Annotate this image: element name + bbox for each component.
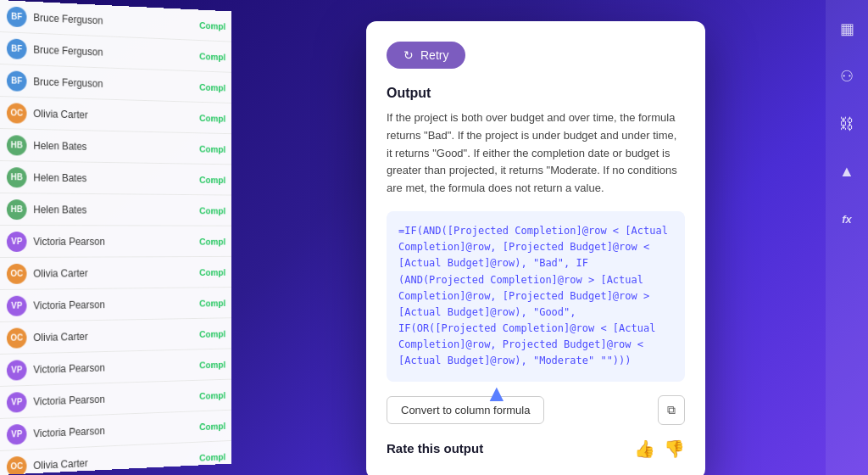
status-badge: Compl — [199, 298, 225, 308]
output-title: Output — [387, 86, 685, 101]
status-badge: Compl — [199, 143, 225, 154]
status-badge: Compl — [199, 267, 225, 277]
status-badge: Compl — [199, 359, 225, 369]
row-name: Victoria Pearson — [33, 421, 193, 439]
convert-to-column-button[interactable]: Convert to column formula — [387, 396, 544, 424]
avatar: HB — [7, 167, 27, 187]
action-bar: Convert to column formula ⧉ — [387, 395, 685, 425]
avatar: HB — [7, 135, 27, 155]
avatar: BF — [7, 70, 27, 92]
chart-bar-icon[interactable]: ▦ — [832, 14, 862, 44]
main-panel: ↻ Retry Output If the project is both ov… — [246, 0, 826, 475]
thumbs-up-icon: 👍 — [634, 439, 655, 458]
retry-label: Retry — [420, 48, 448, 62]
thumbs-down-icon: 👎 — [664, 439, 685, 458]
avatar: VP — [7, 232, 27, 252]
status-badge: Compl — [199, 237, 225, 247]
rate-section: Rate this output 👍 👎 — [387, 439, 685, 459]
row-name: Olivia Carter — [33, 452, 193, 472]
formula-text: =IF(AND([Projected Completion]@row < [Ac… — [398, 223, 673, 370]
row-name: Bruce Ferguson — [33, 11, 193, 30]
output-description: If the project is both over budget and o… — [387, 109, 685, 198]
rate-title: Rate this output — [387, 441, 483, 455]
rate-buttons: 👍 👎 — [634, 439, 685, 459]
status-badge: Compl — [199, 205, 225, 215]
row-name: Victoria Pearson — [33, 390, 193, 407]
formula-box: =IF(AND([Projected Completion]@row < [Ac… — [387, 211, 685, 382]
table-row[interactable]: HBHelen BatesCompl — [0, 161, 231, 195]
users-icon[interactable]: ⚇ — [832, 61, 862, 92]
ai-assistant-card: ↻ Retry Output If the project is both ov… — [366, 21, 705, 475]
status-badge: Compl — [199, 390, 225, 401]
row-name: Olivia Carter — [33, 328, 193, 344]
spreadsheet-panel: BFBruce FergusonComplBFBruce FergusonCom… — [0, 0, 231, 475]
thumbs-down-button[interactable]: 👎 — [664, 439, 685, 459]
row-name: Victoria Pearson — [33, 360, 193, 376]
status-badge: Compl — [199, 113, 225, 123]
table-row[interactable]: HBHelen BatesCompl — [0, 129, 231, 165]
row-name: Olivia Carter — [33, 108, 193, 124]
retry-button[interactable]: ↻ Retry — [387, 42, 465, 69]
formula-icon[interactable]: fx — [832, 204, 862, 234]
avatar: VP — [7, 391, 27, 412]
status-badge: Compl — [199, 328, 225, 338]
avatar: VP — [7, 423, 27, 444]
table-row[interactable]: HBHelen BatesCompl — [0, 193, 231, 226]
row-name: Helen Bates — [33, 204, 193, 216]
avatar: OC — [7, 455, 27, 475]
row-name: Victoria Pearson — [33, 236, 193, 248]
status-badge: Compl — [199, 175, 225, 185]
table-row[interactable]: OCOlivia CarterCompl — [0, 257, 231, 290]
avatar: OC — [7, 103, 27, 124]
right-sidebar: ▦⚇⛓▲fx — [826, 0, 868, 475]
avatar: OC — [7, 263, 27, 283]
row-name: Bruce Ferguson — [33, 75, 193, 92]
copy-icon: ⧉ — [667, 403, 676, 416]
table-row[interactable]: VPVictoria PearsonCompl — [0, 226, 231, 258]
thumbs-up-button[interactable]: 👍 — [634, 439, 655, 459]
row-name: Olivia Carter — [33, 266, 193, 279]
avatar: OC — [7, 327, 27, 348]
table-row[interactable]: VPVictoria PearsonCompl — [0, 288, 231, 322]
status-badge: Compl — [199, 81, 225, 92]
status-badge: Compl — [199, 20, 225, 31]
row-name: Bruce Ferguson — [33, 43, 193, 61]
status-badge: Compl — [199, 51, 225, 62]
avatar: BF — [7, 38, 27, 59]
table-row[interactable]: OCOlivia CarterCompl — [0, 97, 231, 134]
link-icon[interactable]: ⛓ — [832, 109, 862, 139]
row-name: Helen Bates — [33, 171, 193, 185]
copy-button[interactable]: ⧉ — [658, 395, 685, 425]
avatar: BF — [7, 6, 27, 27]
avatar: VP — [7, 295, 27, 316]
status-badge: Compl — [199, 421, 225, 432]
row-name: Victoria Pearson — [33, 298, 193, 311]
convert-label: Convert to column formula — [401, 404, 530, 416]
output-section: Output If the project is both over budge… — [387, 86, 685, 198]
status-badge: Compl — [199, 451, 225, 462]
retry-icon: ↻ — [403, 48, 414, 62]
row-name: Helen Bates — [33, 139, 193, 154]
chart-line-icon[interactable]: ▲ — [832, 156, 862, 187]
avatar: VP — [7, 360, 27, 381]
avatar: HB — [7, 199, 27, 220]
